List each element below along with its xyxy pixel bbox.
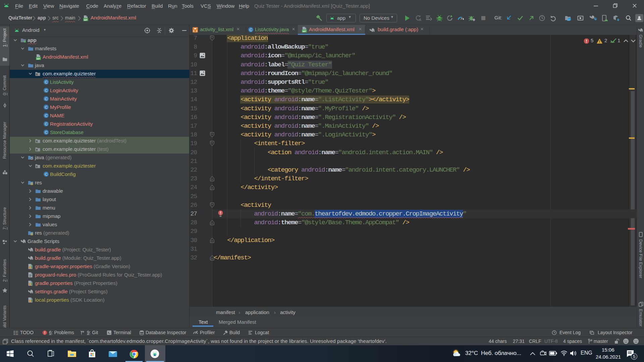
svg-text:MF: MF — [84, 18, 88, 21]
svg-text:C: C — [45, 114, 48, 118]
svg-text:C: C — [45, 172, 48, 176]
svg-text:C: C — [45, 105, 48, 109]
svg-text:C: C — [45, 122, 48, 126]
svg-text:C: C — [45, 88, 48, 93]
svg-text:C: C — [250, 28, 252, 32]
svg-text:MF: MF — [37, 57, 40, 60]
svg-text:C: C — [45, 97, 48, 101]
svg-text:MF: MF — [303, 30, 306, 33]
svg-text:A: A — [419, 18, 422, 21]
svg-text:C: C — [45, 130, 48, 134]
svg-text:C: C — [45, 80, 48, 84]
